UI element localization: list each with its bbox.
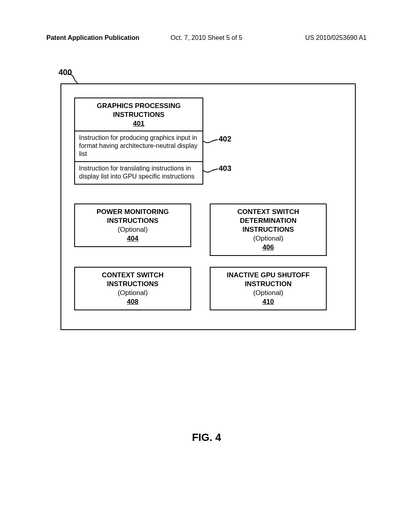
page-header: Patent Application Publication Oct. 7, 2… bbox=[0, 34, 413, 42]
box-408-title1: CONTEXT SWITCH bbox=[79, 271, 186, 280]
leader-curve-icon bbox=[67, 74, 79, 84]
header-left: Patent Application Publication bbox=[46, 34, 140, 42]
header-center: Oct. 7, 2010 Sheet 5 of 5 bbox=[171, 34, 242, 42]
main-container-box: GRAPHICS PROCESSING INSTRUCTIONS 401 Ins… bbox=[60, 83, 356, 330]
leader-line-402-icon bbox=[203, 137, 218, 145]
box-404-ref: 404 bbox=[79, 234, 186, 243]
callout-402: 402 bbox=[219, 135, 232, 143]
box-graphics-processing: GRAPHICS PROCESSING INSTRUCTIONS 401 Ins… bbox=[74, 98, 203, 185]
box-410-title2: INSTRUCTION bbox=[215, 280, 322, 289]
box-410-title1: INACTIVE GPU SHUTOFF bbox=[215, 271, 322, 280]
box-401-title2: INSTRUCTIONS bbox=[80, 110, 198, 119]
box-406-title1: CONTEXT SWITCH bbox=[215, 208, 322, 216]
box-power-monitoring: POWER MONITORING INSTRUCTIONS (Optional)… bbox=[74, 204, 191, 247]
box-401-title1: GRAPHICS PROCESSING bbox=[80, 102, 198, 110]
box-406-optional: (Optional) bbox=[215, 234, 322, 243]
box-408-title2: INSTRUCTIONS bbox=[79, 280, 186, 289]
box-404-title1: POWER MONITORING bbox=[79, 208, 186, 216]
box-404-optional: (Optional) bbox=[79, 225, 186, 234]
box-401-sub1: Instruction for producing graphics input… bbox=[75, 131, 202, 161]
box-context-switch-determination: CONTEXT SWITCH DETERMINATION INSTRUCTION… bbox=[210, 204, 327, 256]
box-408-optional: (Optional) bbox=[79, 289, 186, 297]
box-410-optional: (Optional) bbox=[215, 289, 322, 297]
box-401-sub2: Instruction for translating instructions… bbox=[75, 161, 202, 184]
box-406-title2: DETERMINATION bbox=[215, 216, 322, 225]
box-context-switch: CONTEXT SWITCH INSTRUCTIONS (Optional) 4… bbox=[74, 267, 191, 310]
leader-line-403-icon bbox=[203, 166, 218, 175]
box-404-title2: INSTRUCTIONS bbox=[79, 216, 186, 225]
box-410-ref: 410 bbox=[215, 297, 322, 306]
header-right: US 2010/0253690 A1 bbox=[305, 34, 367, 42]
figure-label: FIG. 4 bbox=[0, 431, 413, 444]
callout-403: 403 bbox=[219, 164, 232, 173]
box-401-ref: 401 bbox=[80, 119, 198, 128]
box-406-title3: INSTRUCTIONS bbox=[215, 225, 322, 234]
box-408-ref: 408 bbox=[79, 297, 186, 306]
box-406-ref: 406 bbox=[215, 243, 322, 252]
box-inactive-gpu-shutoff: INACTIVE GPU SHUTOFF INSTRUCTION (Option… bbox=[210, 267, 327, 310]
box-401-header: GRAPHICS PROCESSING INSTRUCTIONS 401 bbox=[75, 98, 202, 131]
